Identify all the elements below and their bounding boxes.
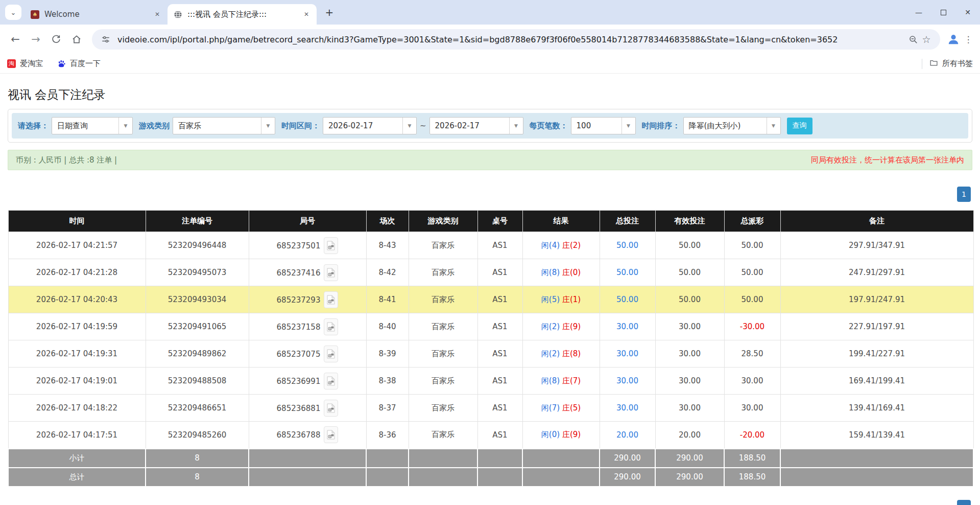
browser-window: ⌄ ♠ Welcome ✕ :::视讯 会员下注纪录::: ✕ + — ✕ ← … [0,0,980,505]
browser-menu-icon[interactable]: ⋮ [962,31,975,48]
cell-payout: 188.50 [724,449,780,468]
video-replay-button[interactable] [324,291,338,308]
taobao-icon: 淘 [7,59,16,68]
cell-time: 2026-02-17 04:19:31 [8,340,146,368]
cell-time: 2026-02-17 04:17:51 [8,422,146,449]
cell-result: 闲(5) 庄(1) [522,286,600,313]
tab-welcome[interactable]: ♠ Welcome ✕ [25,4,168,25]
summary-info-bar: 币别 : 人民币 | 总共 :8 注单 | 同局有效投注，统一计算在该局第一张注… [8,150,972,170]
tab-strip: ⌄ ♠ Welcome ✕ :::视讯 会员下注纪录::: ✕ + — ✕ [0,0,980,25]
video-replay-button[interactable] [324,400,338,417]
video-replay-button[interactable] [324,346,338,362]
cell-result: 闲(2) 庄(9) [522,313,600,340]
new-tab-button[interactable]: + [322,5,337,20]
profile-avatar[interactable] [945,31,962,48]
back-button[interactable]: ← [6,30,25,49]
cell-valid-bet: 30.00 [655,395,724,422]
total-bet-link[interactable]: 20.00 [616,430,638,440]
cell-remark: 197.91/247.91 [780,286,973,313]
folder-icon [929,58,938,69]
bookmark-baidu[interactable]: 百度一下 [57,59,101,68]
cell-game-type [409,449,477,468]
query-button[interactable]: 查询 [787,118,812,134]
url-text[interactable]: videoie.com/ipl/portal.php/game/betrecor… [117,35,901,44]
tab-close-icon[interactable]: ✕ [301,9,312,19]
cell-session: 8-37 [366,395,409,422]
date-from-value: 2026-02-17 [323,118,402,134]
cell-game-type [409,468,477,487]
pagination-top: 1 [0,187,980,202]
video-replay-button[interactable] [324,237,338,254]
all-bookmarks[interactable]: 所有书签 [922,58,973,69]
cell-round-id: 685237501 [249,232,366,259]
home-button[interactable] [67,30,86,49]
game-type-select[interactable]: 百家乐 ▼ [173,117,275,134]
cell-bet-id: 523209486651 [146,395,249,422]
cell-valid-bet: 30.00 [655,340,724,368]
tab-close-icon[interactable]: ✕ [152,9,162,19]
cell-total-bet: 290.00 [600,449,655,468]
chevron-down-icon[interactable]: ▼ [261,118,275,134]
column-header: 游戏类别 [409,211,477,232]
cell-remark: 297.91/347.91 [780,232,973,259]
site-settings-icon[interactable] [99,33,112,46]
column-header: 总投注 [600,211,655,232]
chevron-down-icon[interactable]: ▼ [118,118,132,134]
video-replay-button[interactable] [324,426,338,443]
total-bet-link[interactable]: 30.00 [616,403,638,412]
cell-valid-bet: 50.00 [655,259,724,286]
video-replay-button[interactable] [324,264,338,281]
page-1-button[interactable]: 1 [957,500,971,505]
chevron-down-icon[interactable]: ▼ [509,118,523,134]
cell-table-no: AS1 [477,422,522,449]
cell-round-id: 685237416 [249,259,366,286]
chevron-down-icon[interactable]: ▼ [622,118,635,134]
cell-table-no: AS1 [477,313,522,340]
filter-bar: 请选择： 日期查询 ▼ 游戏类别 百家乐 ▼ 时间区间： 2026-02-17 … [12,113,968,139]
round-number: 685236881 [277,403,321,412]
date-to-picker[interactable]: 2026-02-17 ▼ [429,117,523,134]
bookmark-star-icon[interactable]: ☆ [920,33,933,46]
table-row: 2026-02-17 04:21:57523209496448685237501… [8,232,973,259]
date-from-picker[interactable]: 2026-02-17 ▼ [323,117,417,134]
total-bet-link[interactable]: 30.00 [616,376,638,385]
maximize-button[interactable] [931,0,955,25]
cell-payout: -30.00 [724,313,780,340]
chevron-down-icon[interactable]: ▼ [402,118,416,134]
result-banker: 庄(0) [562,268,581,277]
video-replay-button[interactable] [324,373,338,389]
video-replay-button[interactable] [324,318,338,335]
window-close-button[interactable]: ✕ [955,0,980,25]
total-row: 总计8290.00290.00188.50 [8,468,973,487]
bookmark-aitaobao[interactable]: 淘 爱淘宝 [7,59,43,68]
sort-order-select[interactable]: 降幂(由大到小) ▼ [683,117,781,134]
minimize-button[interactable]: — [906,0,931,25]
result-player: 闲(8) [541,376,560,385]
total-bet-link[interactable]: 30.00 [616,349,638,358]
address-bar[interactable]: videoie.com/ipl/portal.php/game/betrecor… [92,29,940,50]
cell-session: 8-39 [366,340,409,368]
forward-button[interactable]: → [27,30,45,49]
cell-game-type: 百家乐 [409,422,477,449]
total-bet-link[interactable]: 50.00 [616,295,638,304]
tab-search-button[interactable]: ⌄ [5,5,21,20]
cell-valid-bet: 290.00 [655,468,724,487]
round-number: 685237501 [277,241,321,250]
query-type-select[interactable]: 日期查询 ▼ [52,117,133,134]
total-bet-link[interactable]: 50.00 [616,241,638,250]
total-bet-link[interactable]: 30.00 [616,322,638,331]
reload-button[interactable] [47,30,65,49]
per-page-select[interactable]: 100 ▼ [571,117,636,134]
column-header: 备注 [780,211,973,232]
page-1-button[interactable]: 1 [957,187,971,202]
cell-bet-id: 523209489862 [146,340,249,368]
result-player: 闲(8) [541,268,560,277]
round-number: 685237416 [277,268,321,277]
chevron-down-icon[interactable]: ▼ [767,118,780,134]
tab-bet-records[interactable]: :::视讯 会员下注纪录::: ✕ [168,4,317,25]
zoom-out-icon[interactable] [906,33,920,46]
pagination-bottom: 1 [957,500,971,505]
table-row: 2026-02-17 04:21:28523209495073685237416… [8,259,973,286]
total-bet-link[interactable]: 50.00 [616,268,638,277]
cell-payout: 30.00 [724,368,780,395]
